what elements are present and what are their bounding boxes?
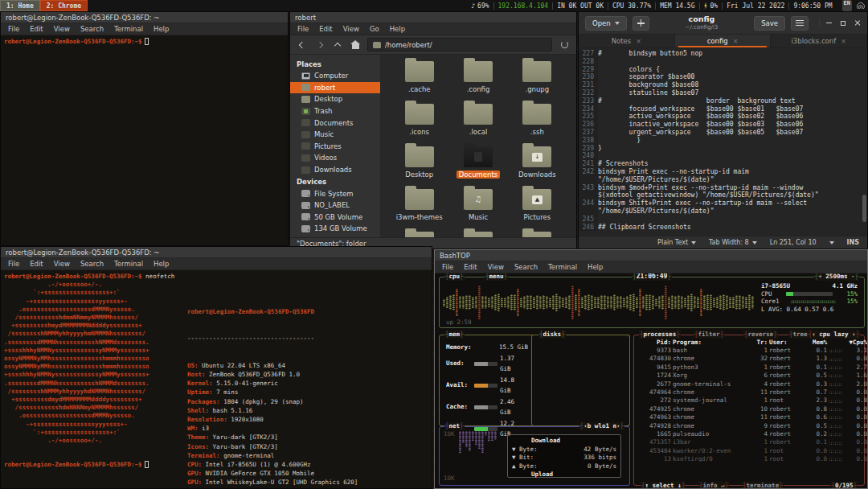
open-button[interactable]: Open	[585, 16, 627, 31]
bashtop-titlebar[interactable]: BashTOP	[435, 250, 867, 261]
menu-item-view[interactable]: View	[54, 25, 70, 33]
menu-item-terminal[interactable]: Terminal	[548, 263, 577, 271]
menu-button[interactable]: menu	[485, 273, 508, 281]
hamburger-menu-button[interactable]	[791, 16, 809, 31]
menu-item-edit[interactable]: Edit	[30, 25, 43, 33]
menu-item-file[interactable]: File	[297, 25, 309, 33]
new-document-button[interactable]	[633, 16, 649, 31]
tab-width-dropdown[interactable]: Tab Width: 8	[709, 239, 757, 246]
menu-item-edit[interactable]: Edit	[30, 260, 43, 268]
net-interface-switcher[interactable]: ‹b wlo1 n›	[579, 422, 624, 430]
select-control[interactable]: ↑ select ↓	[641, 482, 686, 488]
menu-item-search[interactable]: Search	[80, 260, 104, 268]
folder-item-partial[interactable]	[390, 232, 448, 237]
editor-text-area[interactable]: 227# bindsym button5 nop228229 colors {2…	[579, 48, 867, 236]
menu-item-view[interactable]: View	[488, 263, 504, 271]
folder-item-desktop[interactable]: Desktop	[390, 146, 448, 189]
save-button[interactable]: Save	[754, 16, 785, 31]
sidebar-item-trash[interactable]: Trash	[290, 105, 380, 117]
back-button[interactable]	[297, 39, 308, 51]
sidebar-item-no-label[interactable]: NO_LABEL	[290, 199, 380, 212]
editor-headerbar[interactable]: Open config ~/.config/i3 Save	[579, 12, 867, 35]
menu-item-help[interactable]: Help	[154, 260, 169, 268]
process-row[interactable]: 453484kworker/0:2-even1root0.00.0	[636, 447, 862, 455]
process-row[interactable]: 1724Xorg6robert0.51.6	[636, 372, 862, 380]
interval-minus[interactable]: -	[851, 273, 855, 280]
sidebar-item-documents[interactable]: Documents	[290, 117, 380, 129]
sidebar-item-desktop[interactable]: Desktop	[290, 93, 380, 105]
terminate-control[interactable]: terminate	[742, 482, 784, 488]
process-row[interactable]: 9373bash1robert0.13.1	[636, 347, 862, 355]
menu-item-view[interactable]: View	[54, 260, 70, 268]
forward-button[interactable]	[314, 39, 326, 51]
menu-item-file[interactable]: File	[8, 260, 19, 268]
process-row[interactable]: 471357i3bar1robert0.10.0	[636, 438, 862, 446]
folder-item-music[interactable]: ♫Music	[448, 189, 507, 232]
sort-selector[interactable]: ‹ cpu lazy ›	[808, 331, 860, 339]
language-dropdown[interactable]: Plain Text	[657, 239, 696, 246]
sidebar-item-pictures[interactable]: Pictures	[290, 141, 380, 153]
sidebar-item-music[interactable]: Music	[290, 129, 380, 141]
folder-item-cache[interactable]: .cache	[390, 61, 448, 104]
terminal-titlebar[interactable]: robert@Legion-ZenBook-Q536FD-Q536FD: ~	[1, 247, 432, 258]
terminal-content[interactable]: robert@Legion-ZenBook-Q536FD-Q536FD:~$ n…	[1, 270, 432, 488]
folder-item-config[interactable]: .config	[448, 61, 507, 104]
scrollbar-thumb[interactable]	[862, 195, 866, 222]
process-row[interactable]: 9415python31robert0.12.7	[636, 364, 862, 372]
process-row[interactable]: 474928chrome9robert0.50.0	[636, 422, 862, 430]
folder-item-downloads[interactable]: ↓Downloads	[508, 146, 567, 189]
editor-scrollbar[interactable]	[862, 48, 866, 236]
sidebar-item-downloads[interactable]: Downloads	[290, 164, 380, 176]
folder-item-icons[interactable]: .icons	[390, 104, 448, 146]
menu-item-file[interactable]: File	[442, 263, 453, 271]
menu-item-edit[interactable]: Edit	[319, 25, 332, 33]
menu-item-edit[interactable]: Edit	[464, 263, 477, 271]
tab-close-icon[interactable]: ×	[636, 38, 641, 45]
process-row[interactable]: 13ksoftirqd/01root0.00.0	[636, 455, 862, 463]
tab-i3blocks-conf[interactable]: i3blocks.conf×	[771, 35, 867, 47]
process-row[interactable]: 1665pulseaudio4robert0.20.0	[636, 430, 862, 438]
process-row[interactable]: 474925chrome10robert0.80.0	[636, 405, 862, 413]
terminal-titlebar[interactable]: robert@Legion-ZenBook-Q536FD-Q536FD: ~	[1, 12, 288, 23]
folder-item-partial[interactable]	[448, 232, 507, 237]
sidebar-item-robert[interactable]: robert	[290, 82, 380, 94]
refresh-button[interactable]	[559, 39, 570, 51]
goto-line-dropdown[interactable]	[829, 241, 834, 244]
folder-item-pictures[interactable]: ▲Pictures	[508, 189, 567, 232]
workspace-button-1-home[interactable]: 1: Home	[0, 0, 40, 11]
tab-close-icon[interactable]: ×	[733, 38, 739, 45]
sidebar-item-file-system[interactable]: File System	[290, 187, 380, 199]
menu-item-view[interactable]: View	[343, 25, 359, 33]
menu-item-file[interactable]: File	[8, 25, 19, 33]
tab-notes[interactable]: Notes×	[579, 35, 675, 47]
reverse-button[interactable]: reverse	[743, 331, 778, 339]
menu-item-go[interactable]: Go	[370, 25, 379, 33]
menu-item-help[interactable]: Help	[588, 263, 603, 271]
process-row[interactable]: 474830chrome32robert1.30.0	[636, 355, 862, 363]
menu-item-search[interactable]: Search	[514, 263, 538, 271]
tab-close-icon[interactable]: ×	[841, 38, 846, 45]
menu-item-help[interactable]: Help	[390, 25, 405, 33]
sidebar-item-videos[interactable]: Videos	[290, 152, 380, 164]
folder-item-documents[interactable]: Documents	[448, 146, 507, 189]
folder-item-gnupg[interactable]: .gnupg	[508, 61, 567, 104]
up-button[interactable]	[332, 39, 343, 51]
menu-item-search[interactable]: Search	[80, 25, 104, 33]
folder-item-i3wm-themes[interactable]: i3wm-themes	[390, 189, 448, 232]
workspace-button-2-chrome[interactable]: 2: Chrome	[40, 0, 88, 11]
menu-item-help[interactable]: Help	[154, 25, 169, 33]
minimize-button[interactable]	[826, 23, 832, 24]
process-row[interactable]: 2677gnome-terminal-s4robert0.32.0	[636, 380, 862, 388]
file-manager-titlebar[interactable]: robert	[290, 12, 576, 23]
process-header-cpu[interactable]: ▼Cpu%	[843, 339, 867, 346]
process-row[interactable]: 272systemd-journal1root2.30.8	[636, 397, 862, 405]
folder-item-local[interactable]: .local	[448, 104, 507, 146]
maximize-button[interactable]	[841, 21, 845, 26]
sidebar-item-134-gb-volume[interactable]: 134 GB Volume	[290, 223, 380, 235]
home-button[interactable]	[350, 39, 361, 51]
sidebar-item-computer[interactable]: Computer	[290, 70, 380, 82]
close-button[interactable]	[854, 20, 861, 27]
interval-plus[interactable]: +	[818, 273, 822, 280]
refresh-interval-control[interactable]: + 2500ms -	[814, 273, 859, 281]
process-row[interactable]: 474964chrome11robert0.70.0	[636, 388, 862, 397]
